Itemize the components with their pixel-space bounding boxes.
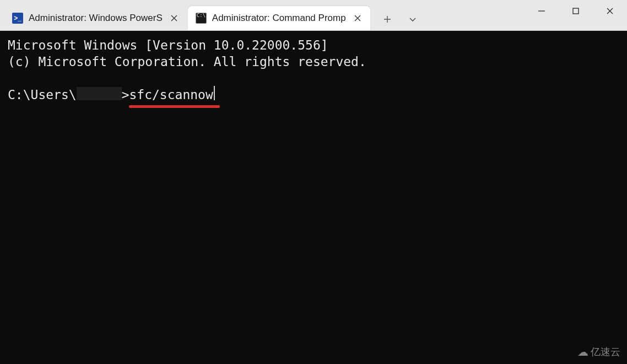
new-tab-button[interactable] [376, 8, 399, 30]
window-controls [525, 0, 627, 30]
command-wrapper: sfc/scannow [129, 87, 213, 104]
tab-powershell[interactable]: >_ Administrator: Windows PowerS [4, 6, 187, 30]
svg-rect-0 [573, 8, 579, 14]
tab-controls [370, 8, 424, 30]
close-icon [606, 7, 614, 15]
close-icon [354, 15, 361, 21]
text-cursor [214, 86, 215, 100]
version-line: Microsoft Windows [Version 10.0.22000.55… [8, 37, 619, 54]
entered-command: sfc/scannow [129, 88, 213, 102]
tab-dropdown-button[interactable] [401, 8, 424, 30]
close-tab-button[interactable] [168, 12, 180, 24]
chevron-down-icon [409, 15, 417, 23]
cmd-icon: C:\ [196, 13, 207, 24]
watermark: ☁ 亿速云 [577, 345, 620, 358]
maximize-button[interactable] [559, 0, 593, 22]
prompt-line: C:\Users\ > sfc/scannow [8, 85, 619, 104]
close-icon [171, 15, 177, 21]
window-titlebar: >_ Administrator: Windows PowerS C:\ Adm… [0, 0, 627, 31]
minimize-button[interactable] [525, 0, 559, 22]
plus-icon [383, 15, 391, 23]
terminal-output[interactable]: Microsoft Windows [Version 10.0.22000.55… [0, 31, 627, 110]
tab-strip: >_ Administrator: Windows PowerS C:\ Adm… [0, 0, 525, 30]
powershell-icon: >_ [12, 13, 23, 24]
copyright-line: (c) Microsoft Corporation. All rights re… [8, 54, 619, 70]
prompt-symbol: > [122, 87, 129, 104]
tab-cmd[interactable]: C:\ Administrator: Command Promp [188, 6, 370, 30]
redacted-username [77, 87, 122, 100]
tab-title: Administrator: Windows PowerS [29, 13, 163, 24]
close-window-button[interactable] [593, 0, 627, 22]
annotation-underline [129, 105, 220, 108]
maximize-icon [572, 7, 580, 15]
cloud-icon: ☁ [577, 345, 588, 358]
tab-title: Administrator: Command Promp [212, 13, 346, 24]
prompt-path-prefix: C:\Users\ [8, 87, 77, 104]
minimize-icon [538, 7, 545, 15]
watermark-text: 亿速云 [591, 345, 620, 358]
close-tab-button[interactable] [352, 12, 364, 24]
